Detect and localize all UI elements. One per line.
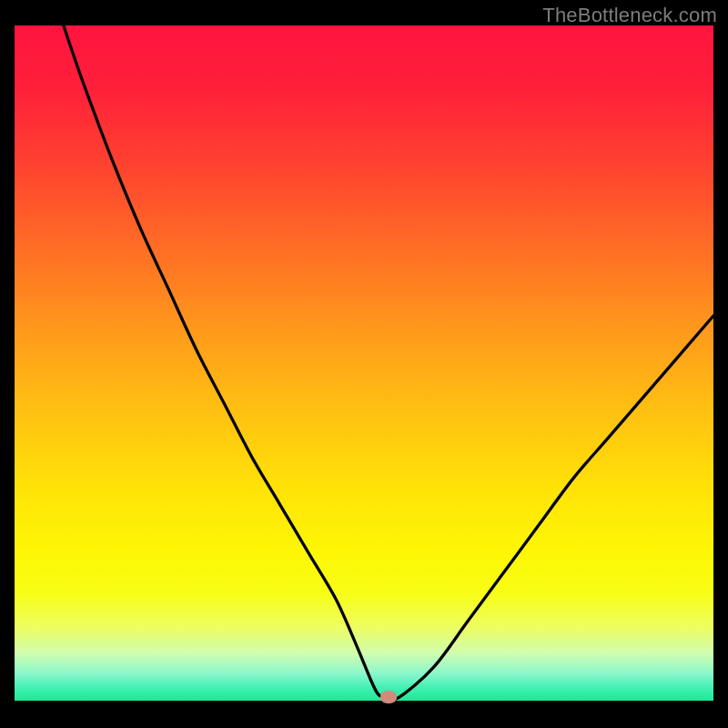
plot-area <box>15 25 713 701</box>
marker-dot <box>380 691 397 703</box>
curve-path <box>64 25 713 700</box>
watermark-label: TheBottleneck.com <box>542 4 717 27</box>
chart-frame: TheBottleneck.com <box>0 0 728 728</box>
curve-svg <box>15 25 713 701</box>
